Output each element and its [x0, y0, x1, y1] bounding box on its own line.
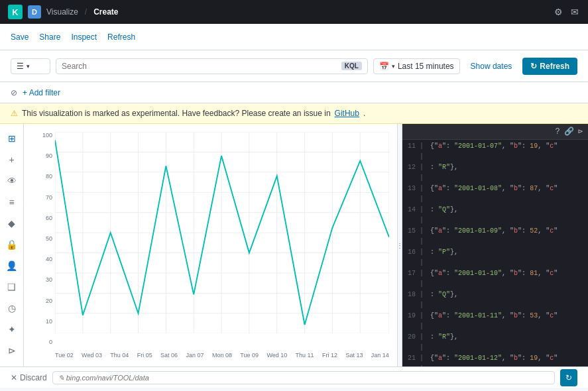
y-label-0: 0 [49, 339, 52, 345]
y-label-60: 60 [46, 215, 52, 221]
settings-icon[interactable]: ⚙ [553, 5, 564, 19]
info-message: This visualization is marked as experime… [22, 109, 331, 118]
code-line: 18 | | : "Q"}, [402, 290, 588, 311]
sidebar-icon-person[interactable]: 👤 [3, 256, 21, 275]
x-label-wed10: Wed 10 [266, 352, 287, 359]
inspect-button[interactable]: Inspect [71, 30, 97, 44]
x-label-jan14: Jan 14 [371, 352, 389, 359]
discard-label: Discard [20, 373, 47, 382]
x-label-fri12: Fri 12 [322, 352, 337, 359]
code-panel[interactable]: ? 🔗 ⊳ 11 | | {"a": "2001-01-07", "b": 19… [402, 124, 588, 366]
x-label-jan07: Jan 07 [186, 352, 204, 359]
time-range-label: Last 15 minutes [398, 62, 454, 71]
panel-resize-handle[interactable]: ⋮ [397, 124, 402, 366]
y-label-90: 90 [46, 152, 52, 159]
calendar-icon: 📅 [379, 62, 389, 71]
x-label-mon08: Mon 08 [212, 352, 232, 359]
query-bar: ☰ ▾ KQL 📅 ▾ Last 15 minutes Show dates ↻… [0, 50, 588, 82]
chart-area: 100 90 80 70 60 50 40 30 20 10 0 [24, 124, 397, 366]
sidebar-icon-clock[interactable]: ◷ [3, 299, 21, 317]
sidebar-icon-eye[interactable]: 👁 [3, 172, 21, 190]
refresh-toolbar-button[interactable]: Refresh [107, 30, 135, 44]
help-icon[interactable]: ? [556, 127, 560, 137]
mail-icon[interactable]: ✉ [569, 5, 580, 19]
bottom-bar: ✕ Discard ↻ [0, 366, 588, 388]
code-line: 16 | | : "P"}, [402, 247, 588, 268]
code-panel-header: ? 🔗 ⊳ [402, 124, 588, 140]
y-label-20: 20 [46, 298, 52, 304]
bottom-refresh-button[interactable]: ↻ [560, 369, 577, 386]
y-label-100: 100 [42, 132, 52, 139]
code-line: 14 | | : "Q"}, [402, 205, 588, 226]
discard-icon: ✕ [11, 373, 17, 382]
search-container: KQL [56, 58, 368, 74]
share-button[interactable]: Share [39, 30, 60, 44]
warning-icon: ⚠ [11, 109, 18, 118]
index-icon: ☰ [17, 62, 24, 71]
code-lines: 11 | | {"a": "2001-01-07", "b": 19, "c" … [402, 140, 588, 366]
code-line: 12 | | : "R"}, [402, 162, 588, 184]
top-bar: K D Visualize / Create ⚙ ✉ [0, 0, 588, 24]
sidebar-icon-list[interactable]: ≡ [3, 193, 21, 211]
index-selector[interactable]: ☰ ▾ [11, 58, 50, 74]
x-label-thu04: Thu 04 [110, 352, 129, 359]
save-button[interactable]: Save [11, 30, 29, 44]
chevron-down-icon: ▾ [27, 63, 30, 70]
app-logo: K [8, 5, 23, 19]
y-label-50: 50 [46, 235, 52, 242]
y-label-70: 70 [46, 194, 52, 201]
left-sidebar: ⊞ + 👁 ≡ ◆ 🔒 👤 ❑ ◷ ✦ ⊳ [0, 124, 24, 366]
filter-icon: ⊘ [11, 88, 17, 97]
code-line: 19 | | {"a": "2001-01-11", "b": 53, "c" [402, 311, 588, 332]
code-line: 17 | | {"a": "2001-01-10", "b": 81, "c" [402, 268, 588, 290]
show-dates-button[interactable]: Show dates [465, 59, 518, 74]
time-picker[interactable]: 📅 ▾ Last 15 minutes [373, 58, 460, 74]
code-line: 20 | | : "R"}, [402, 332, 588, 353]
info-bar: ⚠ This visualization is marked as experi… [0, 103, 588, 124]
filter-bar: ⊘ + Add filter [0, 82, 588, 103]
user-avatar: D [28, 5, 41, 19]
chart-svg [55, 132, 389, 333]
sidebar-icon-layers[interactable]: ❑ [3, 278, 21, 296]
sidebar-icon-plus[interactable]: + [3, 150, 21, 169]
link-icon[interactable]: 🔗 [564, 127, 574, 137]
refresh-icon: ↻ [530, 62, 537, 71]
x-label-wed03: Wed 03 [82, 352, 102, 359]
x-label-sat13: Sat 13 [345, 352, 363, 359]
y-label-30: 30 [46, 276, 52, 283]
refresh-label: Refresh [540, 62, 569, 71]
y-label-40: 40 [46, 256, 52, 262]
info-suffix: . [363, 109, 365, 118]
x-label-fri05: Fri 05 [137, 352, 152, 359]
code-line: 15 | | {"a": "2001-01-09", "b": 52, "c" [402, 226, 588, 247]
sidebar-icon-diamond[interactable]: ◆ [3, 214, 21, 233]
y-label-80: 80 [46, 173, 52, 180]
breadcrumb-sep: / [85, 7, 87, 17]
code-line: 11 | | {"a": "2001-01-07", "b": 19, "c" [402, 141, 588, 162]
expand-icon[interactable]: ⊳ [578, 127, 583, 137]
sidebar-icon-grid[interactable]: ⊞ [3, 129, 21, 148]
chevron-down-icon: ▾ [392, 63, 395, 70]
refresh-button[interactable]: ↻ Refresh [522, 58, 577, 75]
bottom-refresh-icon: ↻ [565, 373, 572, 382]
sidebar-icon-star[interactable]: ✦ [3, 320, 21, 339]
url-input[interactable] [52, 371, 555, 384]
x-label-thu11: Thu 11 [296, 352, 314, 359]
x-label-sat06: Sat 06 [160, 352, 178, 359]
sidebar-icon-lock[interactable]: 🔒 [3, 235, 21, 254]
discard-button[interactable]: ✕ Discard [11, 373, 47, 382]
code-line: 21 | | {"a": "2001-01-12", "b": 19, "c" [402, 353, 588, 366]
sidebar-icon-arrow[interactable]: ⊳ [3, 341, 21, 360]
y-label-10: 10 [46, 318, 52, 325]
search-input[interactable] [62, 62, 339, 71]
y-axis: 100 90 80 70 60 50 40 30 20 10 0 [32, 132, 55, 345]
app-label: Visualize [46, 7, 78, 17]
add-filter-button[interactable]: + Add filter [23, 88, 60, 97]
main-content: ⊞ + 👁 ≡ ◆ 🔒 👤 ❑ ◷ ✦ ⊳ 100 90 80 70 60 50… [0, 124, 588, 366]
github-link[interactable]: GitHub [335, 109, 359, 118]
x-axis: Tue 02 Wed 03 Thu 04 Fri 05 Sat 06 Jan 0… [55, 352, 389, 359]
chart-inner: 100 90 80 70 60 50 40 30 20 10 0 [32, 132, 389, 359]
kql-badge[interactable]: KQL [341, 62, 362, 70]
page-title: Create [93, 7, 118, 17]
x-label-tue02: Tue 02 [55, 352, 74, 359]
